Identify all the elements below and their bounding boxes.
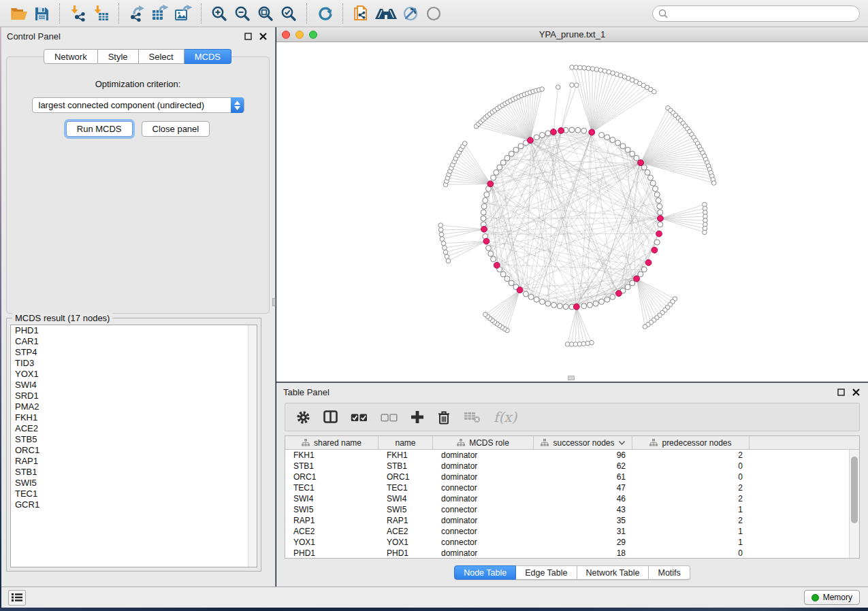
task-history-button[interactable] [8, 590, 26, 606]
network-node[interactable] [443, 246, 447, 250]
network-node[interactable] [483, 198, 488, 203]
table-row[interactable]: SWI5SWI5connector431 [285, 504, 859, 515]
network-node[interactable] [654, 192, 660, 197]
mcds-network-node[interactable] [528, 137, 534, 144]
network-node[interactable] [494, 169, 499, 175]
unselect-all-columns-button[interactable] [381, 413, 398, 422]
function-builder-button[interactable]: f(x) [494, 409, 517, 425]
cell-predecessor_nodes[interactable]: 2 [632, 450, 750, 461]
mcds-result-item[interactable]: PMA2 [11, 401, 257, 412]
scrollbar-thumb[interactable] [851, 457, 858, 523]
network-node[interactable] [540, 87, 545, 92]
network-node[interactable] [645, 169, 650, 175]
cell-predecessor_nodes[interactable]: 1 [632, 504, 750, 515]
cell-predecessor_nodes[interactable]: 0 [632, 472, 750, 482]
mcds-result-item[interactable]: SRD1 [11, 391, 257, 401]
network-node[interactable] [551, 302, 557, 308]
cell-name[interactable]: ORC1 [379, 472, 433, 482]
mcds-network-node[interactable] [483, 238, 489, 244]
mcds-result-item[interactable]: ACE2 [11, 423, 257, 434]
table-row[interactable]: ACE2ACE2connector311 [285, 526, 859, 537]
cell-name[interactable]: YOX1 [379, 537, 433, 548]
network-graph[interactable] [276, 42, 868, 382]
network-node[interactable] [545, 301, 551, 306]
memory-button[interactable]: Memory [804, 590, 860, 605]
mcds-result-item[interactable]: STP4 [11, 347, 257, 358]
network-node[interactable] [599, 299, 605, 304]
network-node[interactable] [528, 294, 534, 299]
network-node[interactable] [605, 297, 610, 302]
tab-motifs[interactable]: Motifs [649, 565, 690, 580]
mcds-result-list[interactable]: PHD1CAR1STP4TID3YOX1SWI4SRD1PMA2FKH1ACE2… [10, 325, 257, 567]
delete-table-button[interactable] [464, 411, 481, 423]
network-node[interactable] [590, 67, 595, 71]
mcds-network-node[interactable] [652, 247, 658, 253]
search-input[interactable] [668, 9, 854, 18]
network-node[interactable] [539, 299, 545, 304]
table-row[interactable]: STB1STB1dominator620 [285, 461, 859, 472]
table-row[interactable]: ORC1ORC1dominator610 [285, 472, 859, 482]
close-mcds-panel-button[interactable]: Close panel [142, 121, 210, 137]
search-box[interactable] [652, 5, 860, 22]
cell-successor_nodes[interactable]: 35 [534, 515, 632, 526]
network-node[interactable] [509, 151, 514, 156]
cell-mcds_role[interactable]: connector [433, 482, 534, 493]
network-node[interactable] [504, 155, 510, 161]
table-row[interactable]: YOX1YOX1connector291 [285, 537, 859, 548]
column-header-successor-nodes[interactable]: successor nodes [534, 436, 632, 449]
cell-predecessor_nodes[interactable]: 1 [632, 537, 750, 548]
cell-mcds_role[interactable]: dominator [433, 548, 534, 559]
select-all-columns-button[interactable] [351, 413, 368, 422]
cell-shared_name[interactable]: STB1 [285, 461, 379, 472]
cell-predecessor_nodes[interactable]: 2 [632, 515, 750, 526]
network-overview-button[interactable] [372, 3, 400, 24]
mcds-result-item[interactable]: YOX1 [11, 369, 257, 380]
network-node[interactable] [488, 251, 494, 257]
network-node[interactable] [481, 216, 486, 221]
network-node[interactable] [581, 303, 587, 309]
network-node[interactable] [656, 198, 661, 203]
network-node[interactable] [539, 133, 545, 138]
network-node[interactable] [481, 210, 486, 215]
network-node[interactable] [703, 230, 707, 235]
float-panel-button[interactable] [242, 31, 253, 42]
share-document-button[interactable] [349, 3, 372, 24]
mcds-network-node[interactable] [589, 129, 595, 135]
table-row[interactable]: SWI4SWI4dominator462 [285, 493, 859, 504]
network-node[interactable] [615, 140, 621, 146]
cell-predecessor_nodes[interactable]: 1 [632, 526, 750, 537]
network-node[interactable] [569, 127, 575, 133]
network-node[interactable] [441, 241, 446, 246]
network-node[interactable] [534, 297, 539, 302]
mcds-result-item[interactable]: GCR1 [11, 499, 257, 510]
mcds-result-item[interactable]: STB1 [11, 467, 257, 478]
run-mcds-button[interactable]: Run MCDS [66, 121, 133, 137]
cell-name[interactable]: SWI4 [379, 493, 433, 504]
network-window-titlebar[interactable]: YPA_prune.txt_1 [276, 27, 868, 42]
cell-shared_name[interactable]: SWI4 [285, 493, 379, 504]
mcds-network-node[interactable] [634, 276, 640, 282]
cell-successor_nodes[interactable]: 18 [534, 548, 632, 559]
close-panel-button[interactable] [257, 31, 268, 42]
network-node[interactable] [605, 135, 610, 140]
network-node[interactable] [518, 144, 524, 149]
cell-name[interactable]: RAP1 [379, 515, 433, 526]
open-session-button[interactable] [7, 3, 30, 24]
tab-edge-table[interactable]: Edge Table [516, 565, 577, 580]
cell-shared_name[interactable]: TEC1 [285, 482, 379, 493]
tab-style[interactable]: Style [98, 49, 139, 64]
network-node[interactable] [634, 155, 639, 161]
network-node[interactable] [625, 284, 630, 290]
mcds-list-scrollbar[interactable] [248, 325, 257, 567]
zoom-fit-button[interactable] [254, 3, 277, 24]
network-node[interactable] [652, 90, 657, 95]
mcds-network-node[interactable] [517, 287, 523, 293]
network-node[interactable] [486, 246, 492, 251]
split-divider-handle[interactable] [272, 298, 276, 306]
optimization-criterion-select[interactable]: largest connected component (undirected) [32, 97, 244, 113]
mcds-result-item[interactable]: STB5 [11, 434, 257, 445]
mcds-network-node[interactable] [551, 129, 557, 135]
cell-mcds_role[interactable]: dominator [433, 493, 534, 504]
mcds-result-item[interactable]: ORC1 [11, 445, 257, 456]
network-node[interactable] [438, 228, 443, 233]
